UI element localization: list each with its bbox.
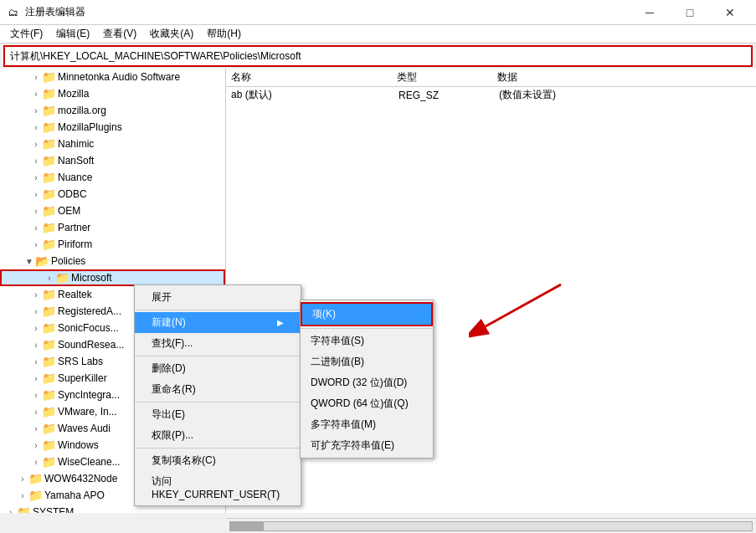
tree-item-odbc[interactable]: › 📁 ODBC: [0, 186, 225, 202]
tree-item-nahimic[interactable]: › 📁 Nahimic: [0, 136, 225, 152]
ctx-permissions[interactable]: 权限(P)...: [135, 425, 301, 446]
ctx-new[interactable]: 新建(N) ▶: [135, 312, 301, 333]
submenu: 项(K) 字符串值(S) 二进制值(B) DWORD (32 位)值(D) QW…: [300, 300, 434, 459]
folder-icon: 📁: [42, 389, 55, 401]
folder-icon: 📁: [42, 406, 55, 418]
folder-icon: 📁: [42, 105, 55, 116]
app-icon: 🗂: [7, 6, 20, 19]
expand-arrow: ›: [30, 140, 42, 149]
expand-arrow: ›: [30, 391, 42, 400]
expand-arrow: ›: [44, 274, 55, 283]
scroll-track[interactable]: [229, 521, 753, 531]
tree-item-nansoft[interactable]: › 📁 NanSoft: [0, 152, 225, 169]
sub-multistring[interactable]: 多字符串值(M): [301, 414, 433, 435]
tree-item-policies[interactable]: ▼ 📂 Policies: [0, 253, 225, 269]
sub-key-label: 项(K): [312, 307, 336, 321]
tree-item-mozillaplugins[interactable]: › 📁 MozillaPlugins: [0, 119, 225, 136]
folder-icon: 📁: [42, 155, 55, 167]
ctx-find[interactable]: 查找(F)...: [135, 333, 301, 354]
ctx-divider-1: [135, 310, 301, 310]
expand-arrow: ▼: [23, 257, 35, 266]
ctx-divider-4: [135, 448, 301, 448]
item-label: Mozilla: [58, 88, 89, 100]
folder-icon: 📁: [42, 121, 55, 133]
tree-item-microsoft[interactable]: › 📁 Microsoft: [0, 269, 225, 286]
menu-file[interactable]: 文件(F): [3, 25, 49, 43]
menu-favorites[interactable]: 收藏夹(A): [143, 25, 200, 43]
item-label: Minnetonka Audio Software: [58, 71, 180, 83]
tree-item-mozillaorg[interactable]: › 📁 mozilla.org: [0, 102, 225, 119]
folder-icon: 📁: [42, 138, 55, 150]
ctx-export[interactable]: 导出(E): [135, 404, 301, 425]
tree-item-minnetonka[interactable]: › 📁 Minnetonka Audio Software: [0, 69, 225, 85]
maximize-button[interactable]: □: [671, 0, 709, 25]
item-label: Windows: [58, 439, 99, 451]
close-button[interactable]: ✕: [711, 0, 749, 25]
scroll-thumb[interactable]: [230, 522, 264, 530]
folder-icon: 📁: [42, 322, 55, 334]
item-label: Nuance: [58, 172, 92, 183]
horizontal-scrollbar[interactable]: [226, 518, 756, 533]
folder-icon: 📁: [42, 339, 55, 351]
item-label: Partner: [58, 222, 90, 233]
item-label: WiseCleane...: [58, 456, 121, 468]
tree-item-partner[interactable]: › 📁 Partner: [0, 219, 225, 236]
item-label: Realtek: [58, 289, 92, 300]
address-label: 计算机\HKEY_LOCAL_MACHINE\SOFTWARE\Policies…: [10, 49, 301, 64]
expand-arrow: ›: [30, 374, 42, 383]
item-label: mozilla.org: [58, 105, 106, 116]
ctx-rename[interactable]: 重命名(R): [135, 379, 301, 400]
folder-icon: 📁: [28, 489, 42, 501]
ctx-delete[interactable]: 删除(D): [135, 358, 301, 379]
menu-edit[interactable]: 编辑(E): [49, 25, 96, 43]
item-label: SonicFocus...: [58, 322, 119, 334]
item-label: Policies: [51, 255, 85, 267]
minimize-button[interactable]: ─: [630, 0, 669, 25]
address-bar[interactable]: 计算机\HKEY_LOCAL_MACHINE\SOFTWARE\Policies…: [3, 45, 753, 67]
expand-arrow: ›: [5, 508, 17, 514]
sub-expandstring[interactable]: 可扩充字符串值(E): [301, 435, 433, 456]
expand-arrow: ›: [30, 324, 42, 333]
ctx-new-label: 新建(N): [152, 315, 186, 330]
folder-icon: 📁: [55, 272, 69, 284]
item-label: Waves Audi: [58, 423, 111, 434]
item-label: WOW6432Node: [44, 473, 117, 484]
expand-arrow: ›: [30, 173, 42, 182]
item-label: SuperKiller: [58, 372, 107, 384]
title-bar: 🗂 注册表编辑器 ─ □ ✕: [0, 0, 756, 25]
expand-arrow: ›: [30, 123, 42, 132]
ctx-access[interactable]: 访问 HKEY_CURRENT_USER(T): [135, 471, 301, 504]
tree-item-oem[interactable]: › 📁 OEM: [0, 202, 225, 219]
registry-row-default[interactable]: ab (默认) REG_SZ (数值未设置): [226, 87, 756, 104]
folder-icon: 📁: [42, 456, 55, 468]
sub-dword[interactable]: DWORD (32 位)值(D): [301, 372, 433, 393]
tree-item-nuance[interactable]: › 📁 Nuance: [0, 169, 225, 186]
sub-key[interactable]: 项(K): [301, 302, 433, 326]
col-type-header: 类型: [393, 70, 494, 85]
expand-arrow: ›: [30, 407, 42, 417]
sub-qword[interactable]: QWORD (64 位)值(Q): [301, 393, 433, 414]
expand-arrow: ›: [30, 290, 42, 300]
expand-arrow: ›: [30, 73, 42, 82]
item-label: RegisteredA...: [58, 305, 121, 317]
sub-divider: [301, 328, 433, 329]
folder-icon: 📂: [35, 255, 49, 267]
item-label: MozillaPlugins: [58, 121, 122, 133]
tree-item-mozilla[interactable]: › 📁 Mozilla: [0, 85, 225, 102]
expand-arrow: ›: [30, 441, 42, 450]
folder-icon: 📁: [42, 172, 55, 183]
expand-arrow: ›: [30, 307, 42, 316]
ctx-copy[interactable]: 复制项名称(C): [135, 450, 301, 471]
expand-arrow: ›: [30, 424, 42, 433]
expand-arrow: ›: [17, 491, 28, 500]
sub-binary[interactable]: 二进制值(B): [301, 351, 433, 372]
folder-icon: 📁: [42, 289, 55, 300]
ctx-divider-3: [135, 402, 301, 402]
ctx-expand[interactable]: 展开: [135, 287, 301, 308]
menu-help[interactable]: 帮助(H): [200, 25, 248, 43]
sub-string[interactable]: 字符串值(S): [301, 331, 433, 351]
expand-arrow: ›: [30, 458, 42, 467]
item-label: SyncIntegra...: [58, 389, 120, 401]
tree-item-piriform[interactable]: › 📁 Piriform: [0, 236, 225, 253]
menu-view[interactable]: 查看(V): [96, 25, 143, 43]
